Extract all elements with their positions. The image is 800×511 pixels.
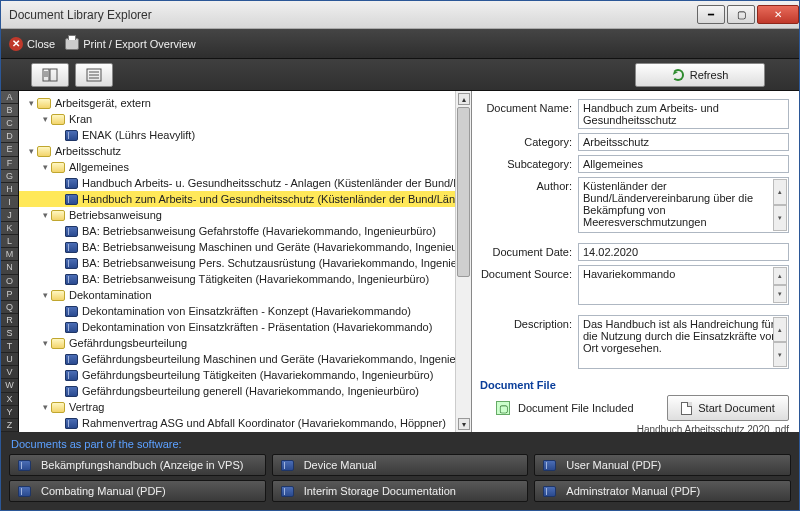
main-toolbar: ✕ Close Print / Export Overview: [1, 29, 799, 59]
az-f[interactable]: F: [1, 157, 18, 170]
print-export-button[interactable]: Print / Export Overview: [65, 38, 195, 50]
tree-folder[interactable]: ▾Kran: [19, 111, 471, 127]
tree-item[interactable]: BA: Betriebsanweisung Maschinen und Gerä…: [19, 239, 471, 255]
print-label: Print / Export Overview: [83, 38, 195, 50]
app-window: Document Library Explorer ━ ▢ ✕ ✕ Close …: [0, 0, 800, 511]
document-source-field[interactable]: Havariekommando▴▾: [578, 265, 789, 305]
category-field[interactable]: Arbeitsschutz: [578, 133, 789, 151]
tree-item[interactable]: Gefährdungsbeurteilung generell (Havarie…: [19, 383, 471, 399]
start-document-label: Start Document: [698, 402, 774, 414]
close-button[interactable]: ✕ Close: [9, 37, 55, 51]
az-g[interactable]: G: [1, 170, 18, 183]
footer-doc-button[interactable]: Bekämpfungshandbuch (Anzeige in VPS): [9, 454, 266, 476]
tree-item[interactable]: Gefährdungsbeurteilung Tätigkeiten (Hava…: [19, 367, 471, 383]
footer-doc-button[interactable]: Combating Manual (PDF): [9, 480, 266, 502]
book-icon: [65, 242, 78, 253]
az-k[interactable]: K: [1, 222, 18, 235]
scroll-up-icon[interactable]: ▴: [458, 93, 470, 105]
footer-doc-button[interactable]: Interim Storage Documentation: [272, 480, 529, 502]
tree-item[interactable]: Rahmenvertrag ASG und Abfall Koordinator…: [19, 415, 471, 431]
tree-folder[interactable]: ▾Bekämpfungsgeräte: [19, 431, 471, 432]
footer-doc-button[interactable]: User Manual (PDF): [534, 454, 791, 476]
tree-item[interactable]: Dekontamination von Einsatzkräften - Prä…: [19, 319, 471, 335]
file-included-checkbox[interactable]: ▢: [496, 401, 510, 415]
book-icon: [65, 226, 78, 237]
author-field[interactable]: Küstenländer der Bund/Ländervereinbarung…: [578, 177, 789, 233]
az-p[interactable]: P: [1, 288, 18, 301]
spin-up-icon[interactable]: ▴: [773, 267, 787, 285]
az-x[interactable]: X: [1, 393, 18, 406]
document-name-field[interactable]: Handbuch zum Arbeits- und Gesundheitssch…: [578, 99, 789, 129]
spin-up-icon[interactable]: ▴: [773, 317, 787, 342]
az-i[interactable]: I: [1, 196, 18, 209]
tree-item[interactable]: Dekontamination von Einsatzkräften - Kon…: [19, 303, 471, 319]
label-document-source: Document Source:: [480, 265, 578, 305]
file-included-label: Document File Included: [518, 402, 634, 414]
az-e[interactable]: E: [1, 143, 18, 156]
window-close-button[interactable]: ✕: [757, 5, 799, 24]
label-subcategory: Subcategory:: [480, 155, 578, 173]
window-title: Document Library Explorer: [9, 8, 695, 22]
footer-doc-button[interactable]: Adminstrator Manual (PDF): [534, 480, 791, 502]
az-u[interactable]: U: [1, 353, 18, 366]
label-category: Category:: [480, 133, 578, 151]
az-w[interactable]: W: [1, 379, 18, 392]
tree-folder[interactable]: ▾Vertrag: [19, 399, 471, 415]
az-r[interactable]: R: [1, 314, 18, 327]
az-y[interactable]: Y: [1, 406, 18, 419]
label-author: Author:: [480, 177, 578, 233]
expand-view-button[interactable]: [31, 63, 69, 87]
az-m[interactable]: M: [1, 248, 18, 261]
tree-item[interactable]: ENAK (Lührs Heavylift): [19, 127, 471, 143]
description-field[interactable]: Das Handbuch ist als Handreichung für di…: [578, 315, 789, 369]
collapse-view-button[interactable]: [75, 63, 113, 87]
az-b[interactable]: B: [1, 104, 18, 117]
book-icon: [65, 306, 78, 317]
scroll-thumb[interactable]: [457, 107, 470, 277]
az-z[interactable]: Z: [1, 419, 18, 432]
tree-folder[interactable]: ▾Allgemeines: [19, 159, 471, 175]
tree-item[interactable]: Handbuch Arbeits- u. Gesundheitsschutz -…: [19, 175, 471, 191]
folder-icon: [51, 402, 65, 413]
tree-item[interactable]: Gefährdungsbeurteilung Maschinen und Ger…: [19, 351, 471, 367]
az-h[interactable]: H: [1, 183, 18, 196]
tree-folder[interactable]: ▾Arbeitsschutz: [19, 143, 471, 159]
scroll-down-icon[interactable]: ▾: [458, 418, 470, 430]
tree-item[interactable]: BA: Betriebsanweisung Tätigkeiten (Havar…: [19, 271, 471, 287]
start-document-button[interactable]: Start Document: [667, 395, 789, 421]
subcategory-field[interactable]: Allgemeines: [578, 155, 789, 173]
az-t[interactable]: T: [1, 340, 18, 353]
spin-up-icon[interactable]: ▴: [773, 179, 787, 205]
refresh-button[interactable]: Refresh: [635, 63, 765, 87]
document-file-header: Document File: [480, 379, 789, 391]
az-c[interactable]: C: [1, 117, 18, 130]
tree-item[interactable]: BA: Betriebsanweisung Pers. Schutzausrüs…: [19, 255, 471, 271]
book-icon: [281, 486, 294, 497]
footer-doc-button[interactable]: Device Manual: [272, 454, 529, 476]
spin-down-icon[interactable]: ▾: [773, 205, 787, 231]
spin-down-icon[interactable]: ▾: [773, 342, 787, 367]
az-j[interactable]: J: [1, 209, 18, 222]
tree-item-selected[interactable]: Handbuch zum Arbeits- und Gesundheitssch…: [19, 191, 471, 207]
folder-icon: [51, 162, 65, 173]
tree-folder[interactable]: ▾Arbeitsgerät, extern: [19, 95, 471, 111]
tree-folder[interactable]: ▾Dekontamination: [19, 287, 471, 303]
az-o[interactable]: O: [1, 275, 18, 288]
minimize-button[interactable]: ━: [697, 5, 725, 24]
maximize-button[interactable]: ▢: [727, 5, 755, 24]
tree-item[interactable]: BA: Betriebsanweisung Gefahrstoffe (Hava…: [19, 223, 471, 239]
tree-folder[interactable]: ▾Gefährdungsbeurteilung: [19, 335, 471, 351]
az-a[interactable]: A: [1, 91, 18, 104]
book-icon: [65, 178, 78, 189]
tree-folder[interactable]: ▾Betriebsanweisung: [19, 207, 471, 223]
az-l[interactable]: L: [1, 235, 18, 248]
az-v[interactable]: V: [1, 366, 18, 379]
spin-down-icon[interactable]: ▾: [773, 285, 787, 303]
book-icon: [543, 486, 556, 497]
az-d[interactable]: D: [1, 130, 18, 143]
document-date-field[interactable]: 14.02.2020: [578, 243, 789, 261]
az-n[interactable]: N: [1, 261, 18, 274]
tree-scrollbar[interactable]: ▴ ▾: [455, 91, 471, 432]
az-s[interactable]: S: [1, 327, 18, 340]
az-q[interactable]: Q: [1, 301, 18, 314]
